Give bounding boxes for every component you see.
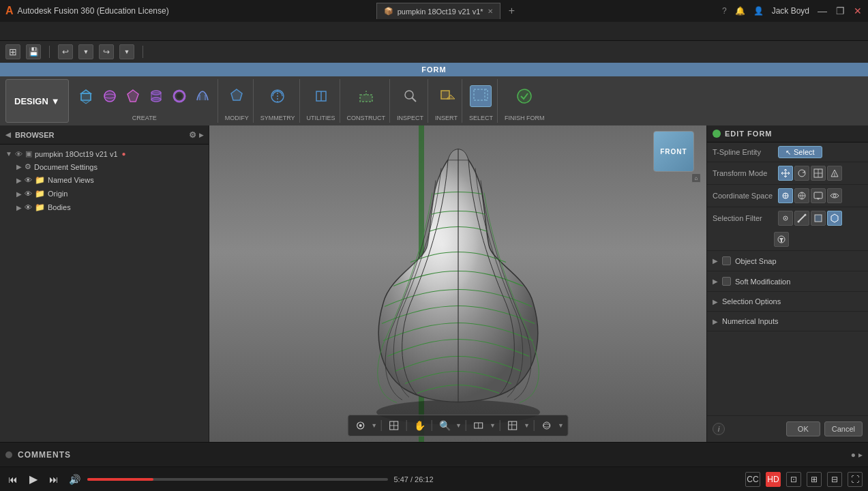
select-btn[interactable] <box>470 85 492 107</box>
browser-settings-icon[interactable]: ⚙ <box>189 130 196 140</box>
coord-screen-btn[interactable] <box>811 188 826 203</box>
undo-btn[interactable]: ↩ <box>58 44 73 59</box>
create-freeform-btn[interactable] <box>192 85 213 107</box>
utilities-btn[interactable] <box>310 85 332 107</box>
viewport-grid-btn[interactable] <box>505 417 521 434</box>
insert-btn[interactable] <box>436 85 458 107</box>
vid-play-btn[interactable]: ▶ <box>26 472 41 487</box>
browser-item-bodies[interactable]: ▶ 👁 📁 Bodies <box>0 200 209 214</box>
browser-expand-icon[interactable]: ▸ <box>199 130 203 140</box>
navcube-home-btn[interactable]: ⌂ <box>691 173 701 183</box>
viewport-camera-arrow[interactable]: ▼ <box>371 422 377 429</box>
filter-body-btn[interactable] <box>827 211 842 226</box>
filter-face-btn[interactable] <box>811 211 826 226</box>
new-tab-btn[interactable]: + <box>509 5 515 17</box>
toolbar-top: ⊞ 💾 ↩ ▼ ↪ ▼ <box>0 41 868 63</box>
grid-menu-btn[interactable]: ⊞ <box>5 44 20 59</box>
navcube-front-face[interactable]: FRONT <box>653 131 694 172</box>
bodies-eye-icon[interactable]: 👁 <box>25 203 32 211</box>
create-cylinder-btn[interactable] <box>145 85 167 107</box>
selection-options-header[interactable]: ▶ Selection Options <box>713 295 863 308</box>
svg-rect-24 <box>474 89 485 100</box>
vid-skip-forward-btn[interactable]: ⏭ <box>46 472 61 487</box>
right-panel: EDIT FORM T-Spline Entity ↖ Select Trans… <box>706 125 868 442</box>
viewport-zoom-arrow[interactable]: ▼ <box>455 422 462 429</box>
create-box-btn[interactable] <box>76 85 98 107</box>
redo-btn[interactable]: ↪ <box>99 44 114 59</box>
tab-close-btn[interactable]: ✕ <box>488 8 493 15</box>
viewport-environment-btn[interactable] <box>539 417 555 434</box>
progress-bar[interactable] <box>87 478 388 481</box>
design-dropdown[interactable]: DESIGN ▼ <box>5 79 69 123</box>
utilities-group-label: UTILITIES <box>307 115 335 121</box>
soft-modification-checkbox[interactable] <box>722 277 731 286</box>
vid-pip-btn[interactable]: ⊟ <box>827 472 842 487</box>
browser-item-root[interactable]: ▼ 👁 ▣ pumpkin 18Oct19 v21 v1 ● <box>0 147 209 160</box>
construct-btn[interactable] <box>355 85 377 107</box>
transform-rotate-btn[interactable] <box>794 166 809 181</box>
cancel-btn[interactable]: Cancel <box>824 421 863 436</box>
root-eye-icon[interactable]: 👁 <box>15 150 23 158</box>
object-snap-checkbox[interactable] <box>722 256 731 265</box>
viewport-look-at-btn[interactable] <box>386 417 402 434</box>
filter-edge-btn[interactable] <box>794 211 809 226</box>
viewport-grid-arrow[interactable]: ▼ <box>524 422 530 429</box>
viewport-zoom-btn[interactable]: 🔍 <box>436 417 453 434</box>
doc-settings-arrow: ▶ <box>16 163 22 170</box>
coord-world-btn[interactable] <box>794 188 809 203</box>
viewport-display-arrow[interactable]: ▼ <box>490 422 496 429</box>
symmetry-btn[interactable] <box>267 85 288 107</box>
vid-window-btn[interactable]: ⊡ <box>786 472 801 487</box>
viewport-display-btn[interactable] <box>470 417 487 434</box>
coord-local-btn[interactable] <box>778 188 793 203</box>
browser-item-named-views[interactable]: ▶ 👁 📁 Named Views <box>0 173 209 187</box>
coord-view-btn[interactable] <box>827 188 842 203</box>
close-btn[interactable]: ✕ <box>853 6 863 16</box>
viewport-pan-btn[interactable]: ✋ <box>411 417 428 434</box>
filter-extra-btn[interactable] <box>774 232 789 247</box>
active-tab[interactable]: 📦 pumpkin 18Oct19 v21 v1* ✕ <box>376 3 500 19</box>
inspect-btn[interactable] <box>400 85 421 107</box>
create-torus-btn[interactable] <box>168 85 190 107</box>
viewport-camera-btn[interactable] <box>352 417 368 434</box>
viewport-environment-arrow[interactable]: ▼ <box>558 422 564 429</box>
vid-skip-back-btn[interactable]: ⏮ <box>5 472 20 487</box>
info-btn[interactable]: i <box>713 423 725 435</box>
transform-free-btn[interactable] <box>827 166 842 181</box>
statusbar-expand-btn[interactable]: ▸ <box>858 450 863 460</box>
undo-arrow[interactable]: ▼ <box>78 44 93 59</box>
soft-modification-header[interactable]: ▶ Soft Modification <box>713 275 863 288</box>
create-gem-btn[interactable] <box>122 85 144 107</box>
object-snap-header[interactable]: ▶ Object Snap <box>713 254 863 267</box>
viewport[interactable]: FRONT ⌂ <box>209 125 706 442</box>
browser-item-origin[interactable]: ▶ 👁 📁 Origin <box>0 187 209 200</box>
transform-move-btn[interactable] <box>778 166 793 181</box>
modify-btn[interactable] <box>226 85 248 107</box>
origin-eye-icon[interactable]: 👁 <box>25 190 32 198</box>
create-sphere-btn[interactable] <box>99 85 121 107</box>
browser-item-doc-settings[interactable]: ▶ ⚙ Document Settings <box>0 160 209 173</box>
vid-fullscreen-btn[interactable]: ⛶ <box>848 472 863 487</box>
select-entity-btn[interactable]: ↖ Select <box>778 146 822 158</box>
ok-btn[interactable]: OK <box>786 421 820 436</box>
redo-arrow[interactable]: ▼ <box>119 44 134 59</box>
account-icon[interactable]: 👤 <box>753 6 764 16</box>
vid-hd-btn[interactable]: HD <box>766 472 781 487</box>
vid-volume-btn[interactable]: 🔊 <box>67 472 82 487</box>
save-btn[interactable]: 💾 <box>26 44 41 59</box>
finish-form-btn[interactable] <box>513 85 535 107</box>
vid-cc-btn[interactable]: CC <box>745 472 760 487</box>
restore-btn[interactable]: ❐ <box>835 6 845 16</box>
vid-sidebar-btn[interactable]: ⊞ <box>807 472 822 487</box>
notification-icon[interactable]: 🔔 <box>735 6 745 16</box>
transform-scale-btn[interactable] <box>811 166 826 181</box>
filter-vertex-btn[interactable] <box>778 211 793 226</box>
minimize-btn[interactable]: — <box>818 6 827 16</box>
browser-collapse-btn[interactable]: ◀ <box>5 131 11 138</box>
vase-svg <box>329 140 588 426</box>
help-icon[interactable]: ? <box>722 6 727 16</box>
svg-point-50 <box>833 194 836 197</box>
numerical-inputs-header[interactable]: ▶ Numerical Inputs <box>713 315 863 327</box>
statusbar-dot-btn[interactable]: ● <box>851 450 856 460</box>
navcube[interactable]: FRONT ⌂ <box>653 131 701 179</box>
